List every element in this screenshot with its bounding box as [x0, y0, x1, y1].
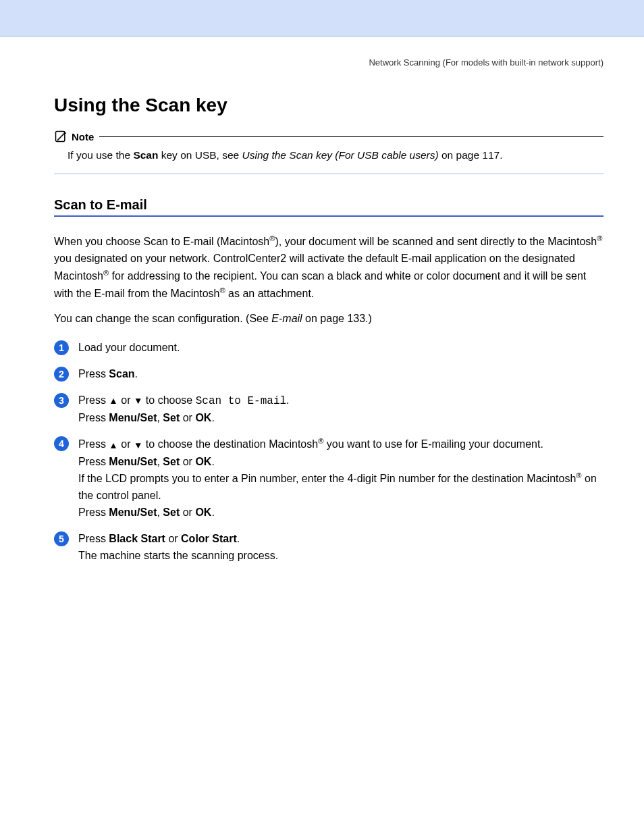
step-number-icon: 3: [54, 393, 69, 408]
note-text: If you use the Scan key on USB, see Usin…: [54, 143, 603, 170]
step-1: 1 Load your document.: [54, 340, 603, 357]
paragraph-1: When you choose Scan to E-mail (Macintos…: [54, 233, 603, 303]
running-header: Network Scanning (For models with built-…: [54, 57, 603, 68]
up-arrow-icon: ▲: [109, 394, 117, 408]
step-number-icon: 2: [54, 367, 69, 382]
page-title: Using the Scan key: [54, 95, 603, 116]
step-5: 5 Press Black Start or Color Start. The …: [54, 531, 603, 565]
step-2-text: Press Scan.: [78, 366, 138, 383]
paragraph-2: You can change the scan configuration. (…: [54, 311, 603, 328]
step-4: 4 Press ▲ or ▼ to choose the destination…: [54, 436, 603, 521]
top-banner: [0, 0, 644, 37]
up-arrow-icon: ▲: [109, 438, 117, 452]
step-3-text: Press ▲ or ▼ to choose Scan to E-mail. P…: [78, 392, 290, 427]
note-bottom-rule: [54, 174, 603, 174]
step-number-icon: 1: [54, 340, 69, 355]
note-block: Note If you use the Scan key on USB, see…: [54, 130, 603, 174]
note-label: Note: [72, 131, 94, 142]
step-number-icon: 5: [54, 531, 69, 546]
step-2: 2 Press Scan.: [54, 366, 603, 383]
note-rule: [99, 136, 603, 137]
step-4-text: Press ▲ or ▼ to choose the destination M…: [78, 436, 603, 521]
step-3: 3 Press ▲ or ▼ to choose Scan to E-mail.…: [54, 392, 603, 427]
down-arrow-icon: ▼: [134, 438, 142, 452]
step-5-text: Press Black Start or Color Start. The ma…: [78, 531, 278, 565]
note-icon: [54, 130, 68, 143]
step-number-icon: 4: [54, 436, 69, 451]
step-1-text: Load your document.: [78, 340, 180, 357]
page-content: Network Scanning (For models with built-…: [0, 37, 644, 834]
down-arrow-icon: ▼: [134, 394, 142, 408]
section-heading: Scan to E-mail: [54, 197, 603, 217]
ordered-steps: 1 Load your document. 2 Press Scan. 3 Pr…: [54, 340, 603, 564]
